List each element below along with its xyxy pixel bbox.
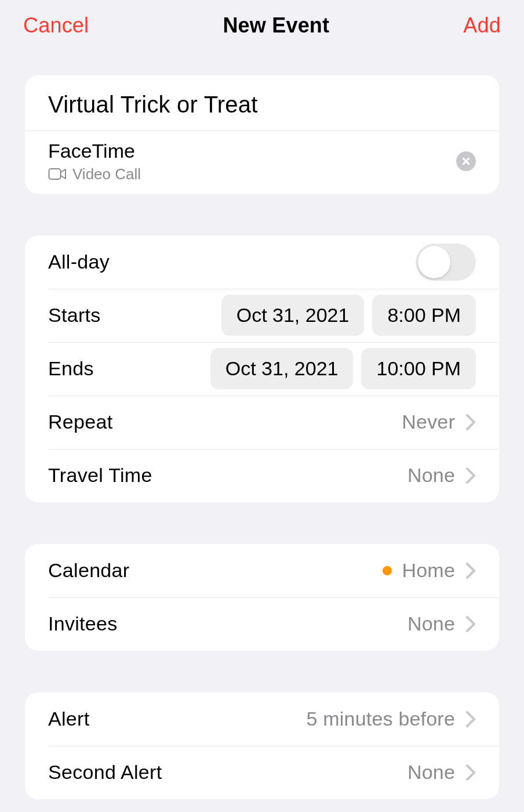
title-location-group: Virtual Trick or Treat FaceTime Video Ca…	[25, 75, 499, 194]
repeat-value: Never	[402, 411, 455, 433]
repeat-row[interactable]: Repeat Never	[25, 396, 499, 449]
location-subtitle: Video Call	[72, 165, 141, 183]
location-title: FaceTime	[48, 139, 141, 163]
calendar-group: Calendar Home Invitees None	[25, 544, 499, 651]
all-day-toggle[interactable]	[416, 244, 476, 281]
second-alert-label: Second Alert	[48, 761, 162, 784]
starts-time-button[interactable]: 8:00 PM	[372, 295, 476, 336]
starts-date-button[interactable]: Oct 31, 2021	[221, 295, 365, 336]
chevron-right-icon	[465, 711, 476, 727]
alerts-group: Alert 5 minutes before Second Alert None	[25, 693, 499, 799]
travel-time-label: Travel Time	[48, 464, 152, 487]
second-alert-value: None	[407, 761, 455, 784]
travel-time-value: None	[407, 464, 455, 487]
calendar-color-dot	[383, 566, 392, 575]
chevron-right-icon	[465, 414, 476, 430]
second-alert-row[interactable]: Second Alert None	[25, 746, 499, 799]
clear-location-icon[interactable]	[456, 151, 476, 171]
chevron-right-icon	[465, 616, 476, 632]
invitees-value: None	[407, 612, 455, 635]
alert-value: 5 minutes before	[307, 708, 455, 730]
invitees-row[interactable]: Invitees None	[25, 597, 499, 651]
invitees-label: Invitees	[48, 612, 118, 635]
starts-row: Starts Oct 31, 2021 8:00 PM	[25, 289, 499, 342]
event-title-field[interactable]: Virtual Trick or Treat	[25, 75, 499, 131]
repeat-label: Repeat	[48, 411, 112, 433]
all-day-row: All-day	[25, 235, 499, 289]
svg-rect-0	[49, 169, 61, 179]
modal-header: Cancel New Event Add	[0, 0, 524, 41]
starts-label: Starts	[48, 304, 101, 327]
alert-row[interactable]: Alert 5 minutes before	[25, 693, 499, 746]
event-title-text: Virtual Trick or Treat	[48, 92, 476, 118]
cancel-button[interactable]: Cancel	[23, 13, 89, 38]
chevron-right-icon	[465, 764, 476, 781]
ends-date-button[interactable]: Oct 31, 2021	[210, 348, 354, 389]
schedule-group: All-day Starts Oct 31, 2021 8:00 PM Ends…	[25, 235, 499, 502]
calendar-value: Home	[402, 559, 456, 582]
chevron-right-icon	[465, 563, 476, 579]
ends-label: Ends	[48, 357, 94, 380]
alert-label: Alert	[48, 708, 89, 730]
travel-time-row[interactable]: Travel Time None	[25, 449, 499, 502]
add-button[interactable]: Add	[463, 13, 501, 38]
location-row[interactable]: FaceTime Video Call	[25, 131, 499, 194]
calendar-row[interactable]: Calendar Home	[25, 544, 499, 597]
all-day-label: All-day	[48, 251, 110, 273]
chevron-right-icon	[465, 467, 476, 484]
calendar-label: Calendar	[48, 559, 129, 582]
modal-title: New Event	[223, 13, 329, 38]
video-call-icon	[48, 168, 67, 180]
ends-row: Ends Oct 31, 2021 10:00 PM	[25, 342, 499, 396]
toggle-knob	[418, 246, 450, 278]
ends-time-button[interactable]: 10:00 PM	[361, 348, 476, 389]
